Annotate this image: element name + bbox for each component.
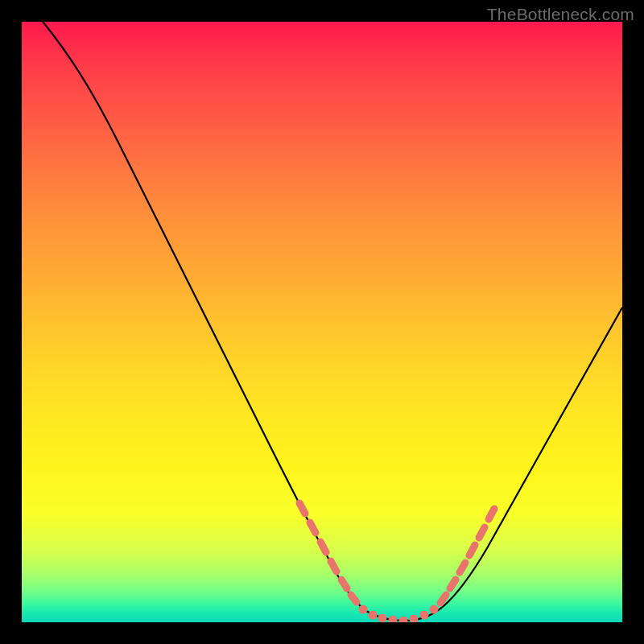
bottleneck-curve-svg <box>22 22 622 622</box>
highlight-left-segment <box>299 503 357 602</box>
bottleneck-curve-line <box>36 22 622 621</box>
highlight-right-segment <box>440 509 494 603</box>
svg-point-1 <box>369 611 378 620</box>
svg-point-2 <box>378 614 387 623</box>
svg-point-4 <box>399 617 408 623</box>
svg-point-3 <box>389 616 398 623</box>
svg-point-7 <box>430 605 439 614</box>
chart-plot-area <box>22 22 622 622</box>
watermark-text: TheBottleneck.com <box>487 5 634 24</box>
svg-point-0 <box>359 605 368 614</box>
svg-point-5 <box>410 615 419 623</box>
svg-point-6 <box>420 611 429 620</box>
